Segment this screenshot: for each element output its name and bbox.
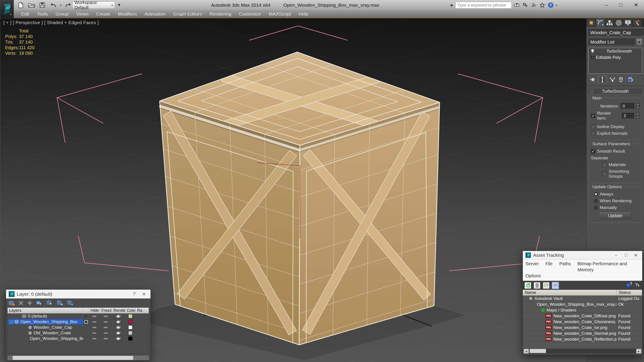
explicit-normals-checkbox[interactable] <box>591 131 595 136</box>
tab-create[interactable] <box>586 19 596 27</box>
scroll-right-icon[interactable]: ▸ <box>636 349 641 354</box>
close-icon[interactable]: ✕ <box>632 253 640 258</box>
layer-row-wooden-crate-cap[interactable]: Wooden_Crate_Cap <box>8 325 149 330</box>
hide-toggle[interactable] <box>89 319 100 325</box>
smoothing-groups-checkbox[interactable] <box>602 172 607 176</box>
close-button[interactable]: ✕ <box>634 2 638 8</box>
render-iters-spinner[interactable]: ▲▼ <box>636 113 640 119</box>
column-hide[interactable]: Hide <box>89 308 100 314</box>
turbosmooth-rollout-header[interactable]: - TurboSmooth <box>588 88 643 94</box>
render-iters-checkbox[interactable]: ✓ <box>591 113 595 118</box>
smooth-result-checkbox[interactable]: ✓ <box>591 149 595 153</box>
open-file-button[interactable] <box>28 1 35 9</box>
layer-horizontal-scrollbar[interactable]: ‹ › <box>8 355 149 361</box>
object-color-swatch[interactable] <box>125 336 136 341</box>
search-icon[interactable] <box>514 2 520 8</box>
help-dropdown-icon[interactable]: ▾ <box>556 3 558 7</box>
asset-row-ior-png[interactable]: PNGNew_wooden_Crate_Ior.png Found <box>523 325 642 331</box>
spin-up-icon[interactable]: ▲ <box>636 103 640 106</box>
menu-graph-editors[interactable]: Graph Editors <box>169 10 206 18</box>
delete-layer-icon[interactable] <box>18 301 24 306</box>
menu-rendering[interactable]: Rendering <box>206 10 235 18</box>
column-status[interactable]: Status <box>617 290 642 296</box>
column-render[interactable]: Render <box>112 308 125 314</box>
freeze-toggle[interactable] <box>100 330 112 336</box>
iterations-spinner[interactable]: ▲▼ <box>636 103 640 109</box>
layer-row-open-wooden-shipping-box[interactable]: − Open_Wooden_Shipping_Box <box>8 319 149 325</box>
layer-dialog-titlebar[interactable]: Layer: 0 (default) ? ✕ <box>6 290 150 299</box>
modifier-list-dropdown[interactable]: Modifier List <box>588 38 634 45</box>
update-button[interactable]: Update <box>600 212 631 219</box>
tab-utilities[interactable] <box>632 19 642 27</box>
make-unique-icon[interactable] <box>609 76 616 83</box>
asset-horizontal-scrollbar[interactable]: ◂ ▸ <box>524 349 641 354</box>
scrollbar-thumb[interactable] <box>12 356 133 360</box>
asset-row-diffuse-png[interactable]: PNGNew_wooden_Crate_Diffuse.png Found <box>523 313 642 319</box>
help-icon[interactable]: ? <box>130 291 138 297</box>
menu-file[interactable]: File <box>546 261 552 273</box>
object-name-field[interactable] <box>588 29 644 36</box>
menu-tools[interactable]: Tools <box>33 10 52 18</box>
freeze-toggle[interactable] <box>100 319 112 325</box>
favorites-star-icon[interactable] <box>539 2 546 8</box>
current-layer-check-icon[interactable]: ✓ <box>83 314 89 319</box>
menu-modifiers[interactable]: Modifiers <box>114 10 141 18</box>
collapse-minus-icon[interactable]: − <box>10 321 13 323</box>
menu-paths[interactable]: Paths <box>559 261 571 273</box>
refresh-icon[interactable] <box>524 282 531 289</box>
scrollbar-thumb[interactable] <box>530 349 546 353</box>
search-input[interactable] <box>455 2 512 8</box>
application-menu-button[interactable] <box>0 0 14 18</box>
hide-toggle[interactable] <box>89 314 100 319</box>
workspace-dropdown[interactable]: Workspace: Default ▾ <box>72 1 115 9</box>
column-name[interactable]: Name <box>523 290 617 296</box>
stack-item-turbosmooth[interactable]: TurboSmooth <box>588 48 642 54</box>
asset-row-reflection-png[interactable]: PNGNew_wooden_Crate_Reflection.png Found <box>523 336 642 342</box>
column-current[interactable] <box>83 308 89 314</box>
always-radio[interactable] <box>594 192 598 196</box>
render-toggle[interactable] <box>112 330 125 336</box>
render-toggle[interactable] <box>112 314 125 319</box>
details-view-icon[interactable] <box>543 282 550 289</box>
layer-color-swatch[interactable] <box>125 314 136 319</box>
menu-views[interactable]: Views <box>72 10 92 18</box>
help-icon[interactable]: ? <box>548 2 554 8</box>
asset-row-glossiness-png[interactable]: PNGNew_wooden_Crate_Glossiness.png Found <box>523 319 642 325</box>
stack-item-editable-poly[interactable]: + Editable Poly <box>588 54 642 60</box>
menu-animation[interactable]: Animation <box>141 10 169 18</box>
freeze-toggle[interactable] <box>100 325 112 330</box>
tab-display[interactable] <box>623 19 632 27</box>
expand-plus-icon[interactable]: + <box>591 56 594 59</box>
column-radiosity[interactable]: Ra <box>136 308 149 314</box>
column-color[interactable]: Color <box>125 308 136 314</box>
isoline-display-checkbox[interactable] <box>591 124 595 129</box>
layer-row-old-wooden-crate[interactable]: Old_Wooden_Crate <box>8 330 149 336</box>
collapse-icon[interactable]: - <box>590 90 593 93</box>
menu-edit[interactable]: Edit <box>18 10 33 18</box>
scroll-right-icon[interactable]: › <box>144 356 149 360</box>
menu-bitmap-performance[interactable]: Bitmap Performance and Memory <box>577 261 640 273</box>
modifier-list-arrow-icon[interactable]: ▼ <box>636 38 642 45</box>
new-file-button[interactable] <box>17 1 24 9</box>
menu-help[interactable]: Help <box>295 10 312 18</box>
hide-toggle[interactable] <box>89 336 100 341</box>
hide-toggle[interactable] <box>89 330 100 336</box>
save-file-button[interactable] <box>38 1 46 9</box>
select-objects-in-layer-icon[interactable] <box>36 300 43 306</box>
scroll-left-icon[interactable]: ‹ <box>8 356 12 360</box>
spin-up-icon[interactable]: ▲ <box>636 113 640 115</box>
menu-maxscript[interactable]: MAXScript <box>265 10 295 18</box>
spin-down-icon[interactable]: ▼ <box>636 116 640 119</box>
tab-hierarchy[interactable] <box>605 19 614 27</box>
layer-color-swatch[interactable] <box>125 319 136 325</box>
add-to-layer-icon[interactable] <box>56 300 63 306</box>
hide-toggle[interactable] <box>89 325 100 330</box>
web-help-icon[interactable]: ? <box>626 282 632 289</box>
asset-dialog-titlebar[interactable]: Asset Tracking – □ ✕ <box>523 251 642 259</box>
tab-motion[interactable] <box>614 19 623 27</box>
when-rendering-radio[interactable] <box>594 199 598 203</box>
render-toggle[interactable] <box>112 336 125 341</box>
column-layers[interactable]: Layers <box>8 308 83 314</box>
layer-row-open-wooden-shipping-box-object[interactable]: Open_Wooden_Shipping_Box <box>8 336 149 342</box>
tab-modify[interactable] <box>596 18 605 27</box>
